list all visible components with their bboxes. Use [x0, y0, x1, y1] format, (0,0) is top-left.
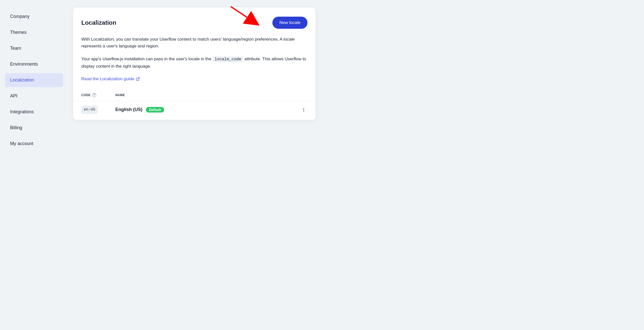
guide-link-label: Read the Localization guide: [81, 76, 134, 82]
sidebar-item-label: Company: [10, 14, 30, 19]
sidebar-item-localization[interactable]: Localization: [5, 73, 63, 87]
table-row[interactable]: en-US English (US) Default: [73, 101, 316, 119]
locale-name-cell: English (US) Default: [115, 106, 295, 113]
locale-code-pill: en-US: [81, 106, 98, 114]
desc-text: Your app's Userflow.js installation can …: [81, 57, 213, 61]
localization-card: Localization New locale With Localizatio…: [73, 8, 316, 120]
description-paragraph-1: With Localization, you can translate you…: [81, 36, 307, 49]
sidebar-item-api[interactable]: API: [5, 89, 63, 103]
sidebar-item-team[interactable]: Team: [5, 41, 63, 55]
sidebar-item-label: API: [10, 93, 17, 98]
column-header-code: CODE ?: [81, 93, 115, 97]
desc-text: With Localization, you can translate you…: [81, 37, 284, 42]
svg-point-2: [303, 108, 304, 109]
sidebar-item-label: Integrations: [10, 109, 34, 114]
locales-table: CODE ? NAME en-US English (US) Default: [73, 89, 316, 119]
new-locale-button-label: New locale: [279, 20, 300, 25]
sidebar-item-label: Localization: [10, 77, 34, 82]
locale-name: English (US): [115, 107, 142, 112]
sidebar-item-label: Billing: [10, 125, 22, 130]
more-vertical-icon: [301, 107, 306, 112]
svg-point-4: [303, 111, 304, 112]
sidebar-item-environments[interactable]: Environments: [5, 57, 63, 71]
sidebar-item-label: My account: [10, 141, 33, 146]
locale-code-cell: en-US: [81, 106, 115, 114]
svg-point-3: [303, 109, 304, 110]
localization-guide-link[interactable]: Read the Localization guide: [81, 76, 140, 82]
default-badge: Default: [146, 107, 164, 113]
description-paragraph-2: Your app's Userflow.js installation can …: [81, 56, 307, 70]
sidebar-item-billing[interactable]: Billing: [5, 121, 63, 135]
new-locale-button[interactable]: New locale: [272, 17, 307, 29]
sidebar-item-company[interactable]: Company: [5, 10, 63, 23]
inline-code: locale_code: [213, 56, 243, 62]
sidebar-item-my-account[interactable]: My account: [5, 137, 63, 151]
sidebar-item-label: Themes: [10, 30, 27, 35]
svg-line-1: [137, 77, 139, 79]
sidebar-item-integrations[interactable]: Integrations: [5, 105, 63, 119]
sidebar-item-label: Environments: [10, 62, 38, 67]
row-actions-cell: [295, 106, 307, 114]
card-header: Localization New locale: [81, 17, 307, 29]
desc-text: represents a user's language and region.: [81, 44, 159, 48]
sidebar-item-themes[interactable]: Themes: [5, 25, 63, 39]
help-icon[interactable]: ?: [92, 93, 96, 97]
page-title: Localization: [81, 18, 116, 27]
row-actions-button[interactable]: [300, 106, 307, 114]
external-link-icon: [136, 77, 140, 81]
settings-sidebar: Company Themes Team Environments Localiz…: [5, 8, 63, 322]
column-header-label: NAME: [115, 93, 125, 97]
main-content: Localization New locale With Localizatio…: [73, 8, 316, 322]
table-header-row: CODE ? NAME: [73, 89, 316, 101]
column-header-name: NAME: [115, 93, 295, 97]
desc-emphasis: locale: [284, 37, 295, 42]
column-header-label: CODE: [81, 93, 91, 97]
sidebar-item-label: Team: [10, 46, 21, 51]
